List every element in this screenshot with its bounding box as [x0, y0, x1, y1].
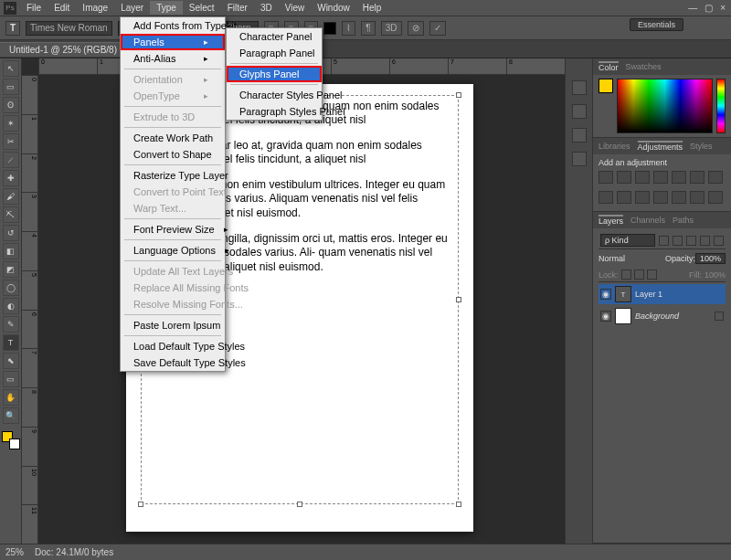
submenu-item-character-styles-panel[interactable]: Character Styles Panel	[227, 87, 322, 103]
heal-tool[interactable]: ✚	[3, 170, 19, 186]
tab-layers[interactable]: Layers	[599, 215, 623, 226]
adjust-vibrance-icon[interactable]	[672, 171, 686, 184]
layer-name[interactable]: Background	[635, 312, 711, 321]
filter-shape-icon[interactable]	[700, 236, 710, 246]
menu-3d[interactable]: 3D	[254, 1, 279, 15]
path-select-tool[interactable]: ⬉	[3, 353, 19, 369]
adjust-gradient-icon[interactable]	[708, 191, 723, 204]
background-swatch[interactable]	[9, 438, 20, 449]
tab-libraries[interactable]: Libraries	[599, 142, 630, 151]
font-family-select[interactable]: Times New Roman	[26, 21, 112, 36]
text-color-swatch[interactable]	[323, 22, 336, 35]
layer-item[interactable]: ◉ T Layer 1	[599, 284, 726, 304]
menu-edit[interactable]: Edit	[48, 1, 76, 15]
menu-file[interactable]: File	[20, 1, 48, 15]
shape-tool[interactable]: ▭	[3, 371, 19, 387]
menu-item-anti-alias[interactable]: Anti-Alias	[121, 50, 225, 67]
wand-tool[interactable]: ✶	[3, 115, 19, 132]
color-spectrum[interactable]	[617, 79, 713, 133]
commit-edit-button[interactable]: ✓	[429, 21, 446, 36]
tab-color[interactable]: Color	[599, 61, 619, 72]
menu-item-save-default-type-styles[interactable]: Save Default Type Styles	[121, 354, 225, 371]
gradient-tool[interactable]: ◩	[3, 261, 19, 278]
menu-item-rasterize-type-layer[interactable]: Rasterize Type Layer	[121, 167, 225, 184]
workspace-switcher[interactable]: Essentials	[630, 18, 683, 31]
adjust-threshold-icon[interactable]	[690, 191, 705, 204]
lock-pixels-icon[interactable]	[621, 269, 631, 280]
adjust-levels-icon[interactable]	[617, 171, 631, 184]
dodge-tool[interactable]: ◐	[3, 298, 19, 314]
layer-name[interactable]: Layer 1	[635, 290, 724, 299]
adjust-posterize-icon[interactable]	[672, 191, 686, 204]
adjust-lookup-icon[interactable]	[635, 191, 650, 204]
resize-handle[interactable]	[456, 502, 461, 507]
submenu-item-glyphs-panel[interactable]: Glyphs Panel	[227, 66, 322, 82]
properties-panel-icon[interactable]	[572, 104, 587, 119]
resize-handle[interactable]	[138, 502, 143, 507]
warp-text-button[interactable]: ⌇	[342, 21, 355, 36]
lock-all-icon[interactable]	[647, 269, 657, 280]
window-minimize[interactable]: —	[688, 3, 697, 13]
window-maximize[interactable]: ▢	[705, 3, 713, 13]
pen-tool[interactable]: ✎	[3, 316, 19, 333]
document-tab[interactable]: Untitled-1 @ 25% (RGB/8) ×	[0, 42, 136, 57]
eyedropper-tool[interactable]: ⟋	[3, 152, 19, 168]
window-close[interactable]: ×	[720, 3, 726, 13]
visibility-toggle[interactable]: ◉	[600, 289, 611, 300]
filter-smart-icon[interactable]	[714, 236, 724, 246]
move-tool[interactable]: ↖	[3, 60, 19, 77]
history-brush-tool[interactable]: ↺	[3, 225, 19, 241]
lock-position-icon[interactable]	[634, 269, 644, 280]
filter-adjust-icon[interactable]	[673, 236, 683, 246]
adjust-hue-icon[interactable]	[690, 171, 705, 184]
layer-item[interactable]: ◉ Background	[599, 306, 726, 326]
menu-item-font-preview-size[interactable]: Font Preview Size	[121, 221, 225, 238]
tab-adjustments[interactable]: Adjustments	[638, 141, 683, 152]
tab-styles[interactable]: Styles	[690, 142, 713, 151]
menu-item-convert-to-shape[interactable]: Convert to Shape	[121, 146, 225, 163]
submenu-item-paragraph-styles-panel[interactable]: Paragraph Styles Panel	[227, 103, 322, 120]
paragraph-panel-icon[interactable]	[572, 152, 587, 166]
cancel-edit-button[interactable]: ⊘	[408, 21, 424, 36]
resize-handle[interactable]	[297, 502, 302, 507]
layer-filter-kind[interactable]: ρ Kind	[600, 234, 655, 247]
history-panel-icon[interactable]	[572, 80, 587, 95]
menu-help[interactable]: Help	[356, 1, 388, 15]
eraser-tool[interactable]: ◧	[3, 243, 19, 259]
menu-item-language-options[interactable]: Language Options	[121, 242, 225, 259]
visibility-toggle[interactable]: ◉	[600, 311, 611, 322]
menu-item-create-work-path[interactable]: Create Work Path	[121, 130, 225, 146]
marquee-tool[interactable]: ▭	[3, 79, 19, 95]
brush-tool[interactable]: 🖌	[3, 188, 19, 205]
stamp-tool[interactable]: ⛏	[3, 206, 19, 223]
opacity-value[interactable]: 100%	[695, 253, 726, 264]
fill-value[interactable]: 100%	[705, 270, 726, 280]
adjust-mixer-icon[interactable]	[617, 191, 631, 204]
tab-paths[interactable]: Paths	[673, 216, 694, 225]
submenu-item-paragraph-panel[interactable]: Paragraph Panel	[227, 45, 322, 61]
menu-view[interactable]: View	[279, 1, 312, 15]
tab-swatches[interactable]: Swatches	[626, 62, 662, 71]
color-swatches[interactable]	[2, 431, 20, 449]
type-tool-btn[interactable]: T	[3, 334, 19, 351]
adjust-invert-icon[interactable]	[653, 191, 668, 204]
menu-select[interactable]: Select	[183, 1, 221, 15]
hue-slider[interactable]	[716, 79, 726, 133]
menu-window[interactable]: Window	[311, 1, 356, 15]
adjust-photo-filter-icon[interactable]	[599, 191, 613, 204]
menu-layer[interactable]: Layer	[114, 1, 150, 15]
menu-filter[interactable]: Filter	[221, 1, 254, 15]
zoom-level[interactable]: 25%	[5, 547, 24, 557]
zoom-tool[interactable]: 🔍	[3, 407, 19, 424]
adjust-bw-icon[interactable]	[708, 171, 723, 184]
menu-image[interactable]: Image	[76, 1, 114, 15]
submenu-item-character-panel[interactable]: Character Panel	[227, 28, 322, 45]
doc-info[interactable]: Doc: 24.1M/0 bytes	[35, 547, 113, 557]
canvas-area[interactable]: 012345678 01234567891011 olor sit amet, …	[22, 58, 565, 544]
resize-handle[interactable]	[456, 92, 461, 98]
menu-item-add-fonts-from-typekit-[interactable]: Add Fonts from Typekit...	[121, 17, 225, 34]
filter-pixel-icon[interactable]	[659, 236, 669, 246]
character-panel-icon[interactable]	[572, 128, 587, 143]
menu-item-paste-lorem-ipsum[interactable]: Paste Lorem Ipsum	[121, 317, 225, 333]
resize-handle[interactable]	[456, 297, 461, 302]
